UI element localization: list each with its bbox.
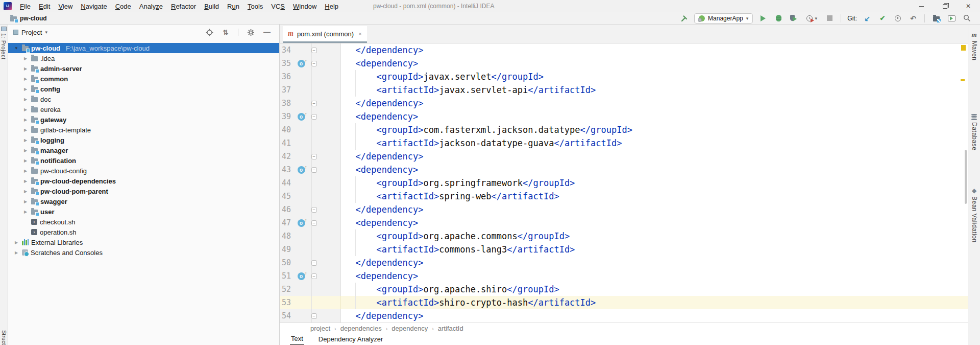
code-text[interactable]: <dependency>: [341, 216, 968, 229]
rollback-icon[interactable]: ↶: [908, 14, 918, 23]
tree-item-scratches-and-consoles[interactable]: ▶Scratches and Consoles: [8, 247, 279, 258]
code-line-51[interactable]: 51o−<dependency>: [280, 269, 968, 283]
code-text[interactable]: <dependency>: [341, 269, 968, 283]
fold-region-icon[interactable]: −: [311, 61, 317, 66]
code-line-40[interactable]: 40<groupId>com.fasterxml.jackson.datatyp…: [280, 123, 968, 136]
chevron-right-icon[interactable]: ▶: [22, 97, 29, 102]
collapse-all-icon[interactable]: ⇅: [220, 28, 231, 37]
code-text[interactable]: <groupId>javax.servlet</groupId>: [341, 70, 968, 83]
chevron-right-icon[interactable]: ▶: [22, 138, 29, 143]
code-line-34[interactable]: 34−</dependency>: [280, 43, 968, 57]
menu-help[interactable]: Help: [321, 3, 342, 10]
reveal-in-explorer-icon[interactable]: [931, 14, 941, 23]
chevron-right-icon[interactable]: ▶: [22, 77, 29, 81]
tree-item-doc[interactable]: ▶doc: [8, 94, 279, 104]
code-text[interactable]: </dependency>: [341, 203, 968, 216]
code-line-54[interactable]: 54−</dependency>: [280, 309, 968, 323]
fold-region-icon[interactable]: −: [311, 48, 317, 53]
code-text[interactable]: <artifactId>spring-web</artifactId>: [341, 190, 968, 203]
stop-icon[interactable]: [824, 14, 835, 23]
tree-item-checkout-sh[interactable]: checkout.sh: [8, 217, 279, 227]
tree-item-pw-cloud-config[interactable]: ▶pw-cloud-config: [8, 166, 279, 176]
code-text[interactable]: </dependency>: [341, 43, 968, 57]
build-hammer-icon[interactable]: [679, 14, 689, 23]
code-text[interactable]: </dependency>: [341, 97, 968, 110]
chevron-right-icon[interactable]: ▶: [22, 66, 29, 71]
code-text[interactable]: <groupId>com.fasterxml.jackson.datatype<…: [341, 123, 968, 136]
tree-item-common[interactable]: ▶common: [8, 74, 279, 84]
chevron-right-icon[interactable]: ▶: [22, 128, 29, 132]
code-line-41[interactable]: 41<artifactId>jackson-datatype-guava</ar…: [280, 136, 968, 150]
chevron-right-icon[interactable]: ▶: [22, 210, 29, 214]
chevron-right-icon[interactable]: ▶: [22, 56, 29, 61]
menu-view[interactable]: View: [54, 3, 77, 10]
chevron-right-icon[interactable]: ▶: [22, 179, 29, 183]
history-icon[interactable]: [893, 14, 903, 23]
code-line-38[interactable]: 38−</dependency>: [280, 97, 968, 110]
profiler-icon[interactable]: ▾: [804, 14, 819, 23]
menu-analyze[interactable]: Analyze: [135, 3, 167, 10]
git-update-icon[interactable]: ↙: [862, 14, 872, 23]
git-commit-icon[interactable]: ✔: [877, 14, 888, 23]
code-text[interactable]: <artifactId>shiro-crypto-hash</artifactI…: [341, 296, 968, 309]
tree-item-gateway[interactable]: ▶gateway: [8, 114, 279, 125]
tree-item-pw-cloud-pom-parent[interactable]: ▶pw-cloud-pom-parent: [8, 186, 279, 196]
code-text[interactable]: </dependency>: [341, 150, 968, 163]
code-text[interactable]: </dependency>: [341, 256, 968, 269]
chevron-expanded-icon[interactable]: ▼: [13, 46, 19, 51]
tree-item--idea[interactable]: ▶.idea: [8, 53, 279, 63]
settings-gear-icon[interactable]: [246, 28, 256, 37]
chevron-right-icon[interactable]: ▶: [22, 107, 29, 112]
fold-region-icon[interactable]: −: [311, 313, 317, 319]
chevron-right-icon[interactable]: ▶: [22, 148, 29, 153]
override-gutter-icon[interactable]: o: [298, 113, 305, 121]
code-text[interactable]: <dependency>: [341, 110, 968, 123]
tree-item-eureka[interactable]: ▶eureka: [8, 104, 279, 114]
structure-tool-window-button[interactable]: Structure: [1, 330, 7, 345]
code-line-49[interactable]: 49<artifactId>commons-lang3</artifactId>: [280, 243, 968, 256]
menu-run[interactable]: Run: [223, 3, 243, 10]
code-text[interactable]: </dependency>: [341, 309, 968, 323]
run-anything-icon[interactable]: [946, 14, 957, 23]
fold-region-icon[interactable]: −: [311, 114, 317, 120]
menu-edit[interactable]: Edit: [35, 3, 54, 10]
chevron-right-icon[interactable]: ▶: [13, 240, 19, 245]
code-text[interactable]: <artifactId>commons-lang3</artifactId>: [341, 243, 968, 256]
code-text[interactable]: <dependency>: [341, 57, 968, 70]
code-line-35[interactable]: 35o−<dependency>: [280, 57, 968, 70]
code-text[interactable]: <groupId>org.apache.commons</groupId>: [341, 229, 968, 243]
chevron-right-icon[interactable]: ▶: [22, 158, 29, 163]
tree-item-operation-sh[interactable]: operation.sh: [8, 227, 279, 237]
close-tab-icon[interactable]: ×: [358, 31, 361, 37]
breadcrumb-project[interactable]: project: [310, 325, 330, 332]
breadcrumb-dependency[interactable]: dependency: [391, 325, 428, 332]
database-tool-window-button[interactable]: Database: [971, 114, 978, 150]
menu-vcs[interactable]: VCS: [267, 3, 289, 10]
code-text[interactable]: <groupId>org.apache.shiro</groupId>: [341, 283, 968, 296]
tree-item-manager[interactable]: ▶manager: [8, 145, 279, 155]
override-gutter-icon[interactable]: o: [298, 272, 305, 280]
maven-tool-window-button[interactable]: mMaven: [971, 31, 978, 61]
fold-region-icon[interactable]: −: [311, 167, 317, 173]
override-gutter-icon[interactable]: o: [298, 219, 305, 227]
menu-file[interactable]: File: [16, 3, 35, 10]
menu-code[interactable]: Code: [111, 3, 135, 10]
toolbar-project-widget[interactable]: pw-cloud: [10, 15, 47, 22]
run-configuration-select[interactable]: ManagerApp ▾: [694, 13, 753, 24]
tree-item-admin-server[interactable]: ▶admin-server: [8, 63, 279, 74]
fold-region-icon[interactable]: −: [311, 273, 317, 279]
hide-panel-icon[interactable]: —: [262, 28, 272, 37]
tree-item-swagger[interactable]: ▶swagger: [8, 196, 279, 206]
chevron-right-icon[interactable]: ▶: [22, 189, 29, 194]
locate-icon[interactable]: [204, 28, 214, 37]
chevron-right-icon[interactable]: ▶: [13, 250, 19, 255]
breadcrumb-dependencies[interactable]: dependencies: [340, 325, 382, 332]
code-text[interactable]: <artifactId>javax.servlet-api</artifactI…: [341, 83, 968, 97]
bean-validation-tool-window-button[interactable]: ◆Bean Validation: [971, 187, 978, 243]
code-text[interactable]: <groupId>org.springframework</groupId>: [341, 176, 968, 190]
code-line-36[interactable]: 36<groupId>javax.servlet</groupId>: [280, 70, 968, 83]
breadcrumb-artifactId[interactable]: artifactId: [438, 325, 463, 332]
chevron-right-icon[interactable]: ▶: [22, 169, 29, 173]
chevron-right-icon[interactable]: ▶: [22, 118, 29, 122]
minimize-button[interactable]: [910, 0, 933, 12]
